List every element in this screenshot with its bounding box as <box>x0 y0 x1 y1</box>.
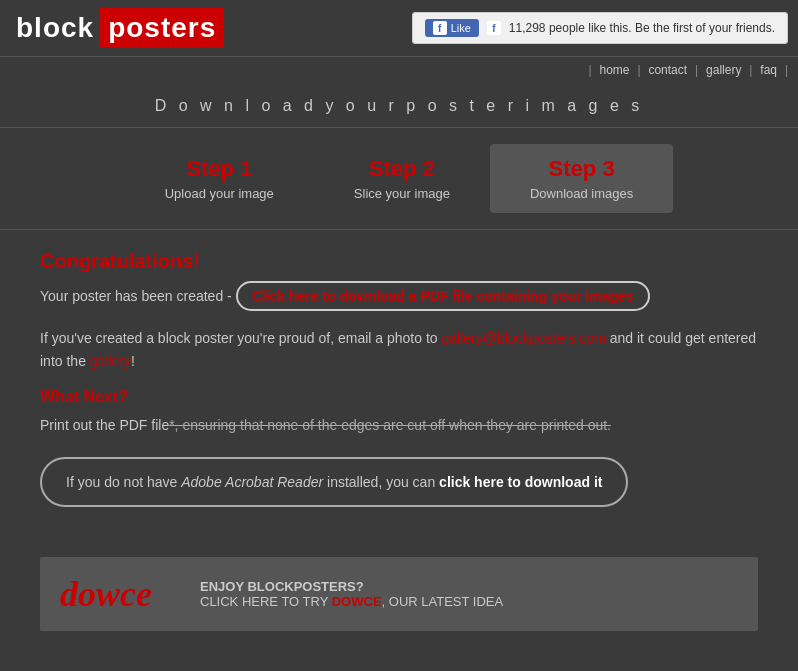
facebook-like-button[interactable]: f Like <box>425 19 479 37</box>
footer-line2-prefix: CLICK HERE TO TRY <box>200 594 332 609</box>
nav-contact[interactable]: contact <box>648 63 687 77</box>
main-content: Congratulations! Your poster has been cr… <box>0 230 798 547</box>
step-3: Step 3 Download images <box>490 144 673 213</box>
adobe-download-link[interactable]: click here to download it <box>439 474 602 490</box>
download-pdf-link[interactable]: Click here to download a PDF file contai… <box>252 288 634 304</box>
adobe-box: If you do not have Adobe Acrobat Reader … <box>40 457 628 507</box>
congratulations-title: Congratulations! <box>40 250 758 273</box>
footer-line1: ENJOY BLOCKPOSTERS? <box>200 579 503 594</box>
dowce-logo: dowce <box>60 573 180 615</box>
step-2-number: Step 2 <box>354 156 450 182</box>
footer-brand: DOWCE <box>332 594 382 609</box>
step-3-number: Step 3 <box>530 156 633 182</box>
step-2-label: Slice your image <box>354 186 450 201</box>
steps-container: Step 1 Upload your image Step 2 Slice yo… <box>0 128 798 230</box>
adobe-middle: installed, you can <box>323 474 439 490</box>
email-end: ! <box>131 353 135 369</box>
footer-banner[interactable]: dowce ENJOY BLOCKPOSTERS? CLICK HERE TO … <box>40 557 758 631</box>
nav-home[interactable]: home <box>599 63 629 77</box>
poster-created-prefix: Your poster has been created - <box>40 288 236 304</box>
email-address-link[interactable]: gallery@blockposters.com <box>441 330 605 346</box>
nav-sep-2: | <box>637 63 640 77</box>
logo: blockposters <box>10 8 224 48</box>
print-instructions: Print out the PDF file*, ensuring that n… <box>40 414 758 436</box>
strikethrough-text: *, ensuring that none of the edges are c… <box>169 417 611 433</box>
nav-gallery[interactable]: gallery <box>706 63 741 77</box>
step-1-label: Upload your image <box>165 186 274 201</box>
step-1-number: Step 1 <box>165 156 274 182</box>
download-pdf-oval: Click here to download a PDF file contai… <box>236 281 650 311</box>
gallery-link[interactable]: gallery <box>90 353 131 369</box>
adobe-section: If you do not have Adobe Acrobat Reader … <box>40 457 758 527</box>
adobe-prefix: If you do not have <box>66 474 181 490</box>
email-prefix: If you've created a block poster you're … <box>40 330 441 346</box>
footer-text: ENJOY BLOCKPOSTERS? CLICK HERE TO TRY DO… <box>200 579 503 609</box>
logo-posters: posters <box>100 8 224 48</box>
header: blockposters f Like f 11,298 people like… <box>0 0 798 56</box>
step-2: Step 2 Slice your image <box>314 144 490 213</box>
nav-sep-4: | <box>749 63 752 77</box>
footer-line2-suffix: , OUR LATEST IDEA <box>382 594 504 609</box>
like-label: Like <box>451 22 471 34</box>
adobe-italic: Adobe Acrobat Reader <box>181 474 323 490</box>
nav-faq[interactable]: faq <box>760 63 777 77</box>
footer-line2: CLICK HERE TO TRY DOWCE, OUR LATEST IDEA <box>200 594 503 609</box>
facebook-count-text: 11,298 people like this. Be the first of… <box>509 21 775 35</box>
email-section: If you've created a block poster you're … <box>40 327 758 372</box>
poster-created-section: Your poster has been created - Click her… <box>40 281 758 311</box>
nav-sep-5: | <box>785 63 788 77</box>
facebook-icon: f <box>433 21 447 35</box>
facebook-icon-2: f <box>487 21 501 35</box>
nav-sep-3: | <box>695 63 698 77</box>
what-next-title: What Next? <box>40 388 758 406</box>
step-3-label: Download images <box>530 186 633 201</box>
nav-sep-1: | <box>588 63 591 77</box>
logo-block: block <box>10 8 100 48</box>
facebook-widget: f Like f 11,298 people like this. Be the… <box>412 12 788 44</box>
nav-bar: | home | contact | gallery | faq | <box>0 56 798 81</box>
page-title: D o w n l o a d y o u r p o s t e r i m … <box>0 81 798 128</box>
step-1: Step 1 Upload your image <box>125 144 314 213</box>
